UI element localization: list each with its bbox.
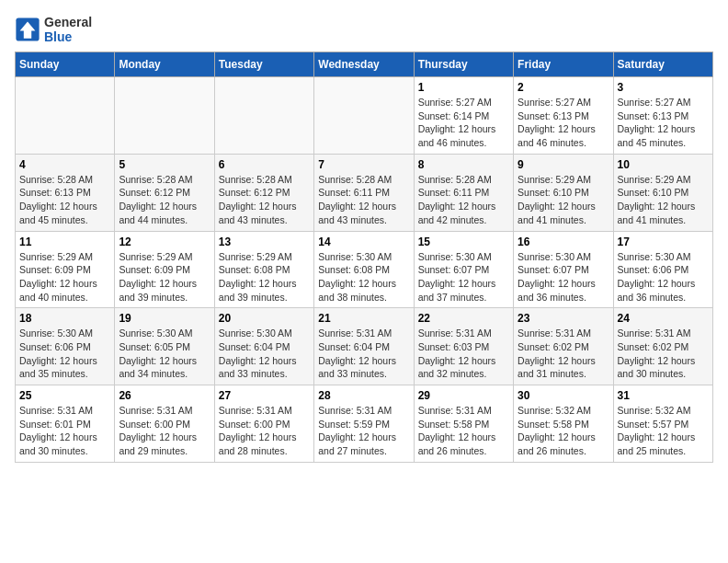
day-info: Sunrise: 5:27 AMSunset: 6:14 PMDaylight:…: [418, 96, 509, 150]
day-info: Sunrise: 5:31 AMSunset: 6:02 PMDaylight:…: [518, 327, 609, 381]
calendar-day-cell: 27Sunrise: 5:31 AMSunset: 6:00 PMDayligh…: [214, 385, 313, 463]
day-info: Sunrise: 5:28 AMSunset: 6:12 PMDaylight:…: [219, 173, 310, 227]
logo-text: General Blue: [44, 15, 92, 44]
calendar-day-cell: 5Sunrise: 5:28 AMSunset: 6:12 PMDaylight…: [115, 154, 214, 231]
day-number: 10: [618, 158, 709, 171]
calendar-day-cell: 23Sunrise: 5:31 AMSunset: 6:02 PMDayligh…: [514, 308, 613, 385]
day-number: 21: [318, 312, 409, 325]
day-of-week-header: Friday: [514, 52, 613, 77]
day-info: Sunrise: 5:31 AMSunset: 6:04 PMDaylight:…: [318, 327, 409, 381]
day-info: Sunrise: 5:31 AMSunset: 5:59 PMDaylight:…: [318, 404, 409, 458]
calendar-day-cell: 17Sunrise: 5:30 AMSunset: 6:06 PMDayligh…: [613, 231, 712, 308]
calendar-day-cell: 19Sunrise: 5:30 AMSunset: 6:05 PMDayligh…: [115, 308, 214, 385]
calendar-week-row: 4Sunrise: 5:28 AMSunset: 6:13 PMDaylight…: [16, 154, 713, 231]
day-info: Sunrise: 5:28 AMSunset: 6:13 PMDaylight:…: [19, 173, 110, 227]
day-info: Sunrise: 5:30 AMSunset: 6:06 PMDaylight:…: [618, 250, 709, 304]
day-number: 6: [219, 158, 310, 171]
calendar-day-cell: [314, 77, 414, 155]
calendar-day-cell: 13Sunrise: 5:29 AMSunset: 6:08 PMDayligh…: [214, 231, 313, 308]
day-info: Sunrise: 5:28 AMSunset: 6:11 PMDaylight:…: [418, 173, 509, 227]
day-number: 29: [418, 389, 509, 402]
day-info: Sunrise: 5:30 AMSunset: 6:08 PMDaylight:…: [318, 250, 409, 304]
day-number: 19: [119, 312, 210, 325]
calendar-day-cell: 8Sunrise: 5:28 AMSunset: 6:11 PMDaylight…: [414, 154, 513, 231]
day-info: Sunrise: 5:29 AMSunset: 6:10 PMDaylight:…: [518, 173, 609, 227]
calendar-day-cell: 3Sunrise: 5:27 AMSunset: 6:13 PMDaylight…: [613, 77, 712, 155]
day-number: 1: [418, 81, 509, 94]
day-info: Sunrise: 5:31 AMSunset: 6:01 PMDaylight:…: [19, 404, 110, 458]
day-of-week-header: Saturday: [613, 52, 712, 77]
calendar-week-row: 25Sunrise: 5:31 AMSunset: 6:01 PMDayligh…: [16, 385, 713, 463]
calendar-day-cell: 29Sunrise: 5:31 AMSunset: 5:58 PMDayligh…: [414, 385, 513, 463]
day-info: Sunrise: 5:29 AMSunset: 6:09 PMDaylight:…: [119, 250, 210, 304]
calendar-day-cell: 10Sunrise: 5:29 AMSunset: 6:10 PMDayligh…: [613, 154, 712, 231]
day-info: Sunrise: 5:30 AMSunset: 6:07 PMDaylight:…: [518, 250, 609, 304]
calendar-week-row: 11Sunrise: 5:29 AMSunset: 6:09 PMDayligh…: [16, 231, 713, 308]
day-info: Sunrise: 5:30 AMSunset: 6:04 PMDaylight:…: [219, 327, 310, 381]
calendar-day-cell: 26Sunrise: 5:31 AMSunset: 6:00 PMDayligh…: [115, 385, 214, 463]
day-number: 20: [219, 312, 310, 325]
day-number: 5: [119, 158, 210, 171]
day-number: 2: [518, 81, 609, 94]
calendar-day-cell: 18Sunrise: 5:30 AMSunset: 6:06 PMDayligh…: [16, 308, 115, 385]
day-number: 26: [119, 389, 210, 402]
calendar-table: SundayMondayTuesdayWednesdayThursdayFrid…: [15, 52, 713, 463]
calendar-body: 1Sunrise: 5:27 AMSunset: 6:14 PMDaylight…: [16, 77, 713, 463]
calendar-day-cell: 16Sunrise: 5:30 AMSunset: 6:07 PMDayligh…: [514, 231, 613, 308]
day-number: 13: [219, 236, 310, 248]
day-info: Sunrise: 5:29 AMSunset: 6:08 PMDaylight:…: [219, 250, 310, 304]
day-info: Sunrise: 5:29 AMSunset: 6:09 PMDaylight:…: [19, 250, 110, 304]
day-number: 23: [518, 312, 609, 325]
calendar-day-cell: [115, 77, 214, 155]
calendar-day-cell: [16, 77, 115, 155]
day-number: 18: [19, 312, 110, 325]
day-number: 22: [418, 312, 509, 325]
calendar-day-cell: 9Sunrise: 5:29 AMSunset: 6:10 PMDaylight…: [514, 154, 613, 231]
calendar-day-cell: 30Sunrise: 5:32 AMSunset: 5:58 PMDayligh…: [514, 385, 613, 463]
day-of-week-header: Thursday: [414, 52, 513, 77]
day-info: Sunrise: 5:27 AMSunset: 6:13 PMDaylight:…: [518, 96, 609, 150]
calendar-day-cell: 7Sunrise: 5:28 AMSunset: 6:11 PMDaylight…: [314, 154, 414, 231]
day-number: 17: [618, 236, 709, 248]
day-number: 25: [19, 389, 110, 402]
day-info: Sunrise: 5:29 AMSunset: 6:10 PMDaylight:…: [618, 173, 709, 227]
calendar-day-cell: 31Sunrise: 5:32 AMSunset: 5:57 PMDayligh…: [613, 385, 712, 463]
day-number: 7: [318, 158, 409, 171]
calendar-day-cell: 11Sunrise: 5:29 AMSunset: 6:09 PMDayligh…: [16, 231, 115, 308]
calendar-day-cell: 15Sunrise: 5:30 AMSunset: 6:07 PMDayligh…: [414, 231, 513, 308]
day-info: Sunrise: 5:31 AMSunset: 5:58 PMDaylight:…: [418, 404, 509, 458]
day-info: Sunrise: 5:31 AMSunset: 6:02 PMDaylight:…: [618, 327, 709, 381]
day-info: Sunrise: 5:30 AMSunset: 6:05 PMDaylight:…: [119, 327, 210, 381]
day-number: 31: [618, 389, 709, 402]
calendar-day-cell: 12Sunrise: 5:29 AMSunset: 6:09 PMDayligh…: [115, 231, 214, 308]
calendar-day-cell: 24Sunrise: 5:31 AMSunset: 6:02 PMDayligh…: [613, 308, 712, 385]
day-number: 12: [119, 236, 210, 248]
day-number: 27: [219, 389, 310, 402]
day-number: 4: [19, 158, 110, 171]
day-of-week-header: Monday: [115, 52, 214, 77]
calendar-day-cell: 28Sunrise: 5:31 AMSunset: 5:59 PMDayligh…: [314, 385, 414, 463]
calendar-day-cell: 6Sunrise: 5:28 AMSunset: 6:12 PMDaylight…: [214, 154, 313, 231]
calendar-day-cell: 21Sunrise: 5:31 AMSunset: 6:04 PMDayligh…: [314, 308, 414, 385]
day-number: 9: [518, 158, 609, 171]
calendar-day-cell: 22Sunrise: 5:31 AMSunset: 6:03 PMDayligh…: [414, 308, 513, 385]
calendar-header-row: SundayMondayTuesdayWednesdayThursdayFrid…: [16, 52, 713, 77]
day-of-week-header: Tuesday: [214, 52, 313, 77]
calendar-week-row: 1Sunrise: 5:27 AMSunset: 6:14 PMDaylight…: [16, 77, 713, 155]
day-info: Sunrise: 5:32 AMSunset: 5:57 PMDaylight:…: [618, 404, 709, 458]
logo: General Blue: [15, 15, 92, 44]
day-info: Sunrise: 5:31 AMSunset: 6:00 PMDaylight:…: [119, 404, 210, 458]
day-number: 3: [618, 81, 709, 94]
day-number: 24: [618, 312, 709, 325]
day-info: Sunrise: 5:30 AMSunset: 6:07 PMDaylight:…: [418, 250, 509, 304]
day-number: 28: [318, 389, 409, 402]
calendar-day-cell: 2Sunrise: 5:27 AMSunset: 6:13 PMDaylight…: [514, 77, 613, 155]
logo-icon: [15, 17, 40, 42]
calendar-day-cell: [214, 77, 313, 155]
day-number: 14: [318, 236, 409, 248]
day-info: Sunrise: 5:31 AMSunset: 6:03 PMDaylight:…: [418, 327, 509, 381]
day-info: Sunrise: 5:28 AMSunset: 6:11 PMDaylight:…: [318, 173, 409, 227]
day-of-week-header: Wednesday: [314, 52, 414, 77]
calendar-day-cell: 20Sunrise: 5:30 AMSunset: 6:04 PMDayligh…: [214, 308, 313, 385]
calendar-week-row: 18Sunrise: 5:30 AMSunset: 6:06 PMDayligh…: [16, 308, 713, 385]
